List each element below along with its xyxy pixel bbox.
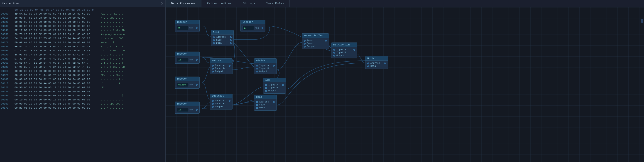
divide-node[interactable]: Divide Input A Input B Output <box>254 58 277 74</box>
hex-offset: 000F0: <box>1 73 14 77</box>
data-processor-canvas[interactable]: Integer 0 hex Integer 1 hex Re <box>166 7 644 162</box>
hex-bytes: 00 10 00 00 10 00 00 00 10 00 00 10 00 0… <box>14 98 101 102</box>
table-row[interactable]: 00130: 06 00 00 00 00 00 00 00 06 00 00 … <box>0 90 165 94</box>
hex-ascii: mode....$....... <box>101 41 164 44</box>
tab-data-processor[interactable]: Data Processor <box>166 0 202 7</box>
table-row[interactable]: 000E0: 00 00 00 00 00 00 00 00 00 00 00 … <box>0 69 165 73</box>
table-row[interactable]: 00140: 00 D0 07 00 00 04 00 00 00 00 00 … <box>0 94 165 98</box>
table-row[interactable]: 00160: 00 00 00 10 00 00 00 70 B3 06 00 … <box>0 102 165 106</box>
hex-bytes: D7 32 9F 7F 0F CD 54 7F 4C 9C D7 7F 58 C… <box>14 57 101 61</box>
table-row[interactable]: 000B0: D7 32 9F 7F 0F CD 54 7F 4C 9C D7 … <box>0 57 165 61</box>
scroll-indicator[interactable] <box>641 19 643 23</box>
sub2-input-b-port <box>212 103 214 105</box>
table-row[interactable]: 00040: 0E 1F BA 0E 00 B4 09 CD 21 B8 01 … <box>0 28 165 32</box>
tab-yara-rules[interactable]: Yara Rules <box>261 0 290 7</box>
table-row[interactable]: 00080: 4E AC 3A 2C 0A CD 54 7F 0A CD 54 … <box>0 45 165 49</box>
table-row[interactable]: 000D0: 07 9F 23 7F 08 CD 54 7F 24 36 8D … <box>0 65 165 69</box>
div-output-label <box>256 71 258 72</box>
add-output-label <box>265 90 267 92</box>
hex-offset: 00110: <box>1 82 14 85</box>
sub2-output-label <box>212 106 214 108</box>
integer-0-value[interactable]: 0 <box>177 26 188 30</box>
table-row[interactable]: 00000: 4D 5A E8 00 00 00 00 5B 52 45 55 … <box>0 12 165 16</box>
hex-ascii: MZ.....[REU..... <box>101 12 164 16</box>
table-row[interactable]: 00120: 00 50 06 00 00 00 10 00 10 10 00 … <box>0 85 165 90</box>
integer-node-6e215[interactable]: Integer 6e215 hex <box>175 77 200 89</box>
table-row[interactable]: 00100: 00 00 00 00 E0 00 02 21 0B 01 0C … <box>0 77 165 81</box>
hex-offset: 00020: <box>1 20 14 24</box>
hex-offset: 00000: <box>1 12 14 16</box>
hex-offset: 00140: <box>1 94 14 97</box>
hex-offset: 000D0: <box>1 65 14 69</box>
write-node-header: Write <box>366 56 388 61</box>
table-row[interactable]: 00060: 74 20 62 65 20 72 75 6E 20 69 6E … <box>0 36 165 41</box>
write-node[interactable]: Write Address Data <box>365 56 388 69</box>
integer-node-0[interactable]: Integer 0 hex <box>175 20 200 32</box>
integer-1-value[interactable]: 1 <box>242 26 254 30</box>
table-row[interactable]: 000A0: 4C 9C 8B 7F 19 CD 54 7F 4C 9C B4 … <box>0 53 165 57</box>
tab-bar: Data ProcessorPattern editorStringsYara … <box>166 0 644 7</box>
hex-offset: 00150: <box>1 98 14 102</box>
repeat-buffer-node-header: Repeat buffer <box>302 34 329 38</box>
subtract-node-2[interactable]: Subtract Input A Input B Output <box>210 94 232 109</box>
read2-data-in-port <box>256 107 258 109</box>
tab-pattern-editor[interactable]: Pattern editor <box>202 0 237 7</box>
repeat-buffer-node[interactable]: Repeat buffer Input Count Output <box>302 33 329 49</box>
read-node-2-header: Read <box>254 95 276 99</box>
hex-bytes: 0A CD 54 7F 11 CD 54 7F 07 9F 88 7F 0B C… <box>14 61 101 65</box>
hex-bytes: 00 00 00 00 E0 00 02 21 0B 01 0C 00 34 0… <box>14 77 101 81</box>
integer-node-6e215-header: Integer <box>175 77 200 81</box>
add-node[interactable]: Add Input A Input B Output <box>263 78 286 94</box>
read-node-1[interactable]: Read Address Size Data <box>211 30 234 46</box>
hex-ascii: ..............@. <box>101 94 164 97</box>
table-row[interactable]: 00020: 00 00 00 00 00 00 00 00 00 00 00 … <box>0 20 165 24</box>
table-row[interactable]: 00010: 3C 00 FF FD C9 C3 00 40 00 00 00 … <box>0 16 165 20</box>
table-row[interactable]: 00090: D7 32 9A 7F 08 CD 54 7F 5C 6F 7F … <box>0 49 165 53</box>
subtract-node-1[interactable]: Subtract Input A Input B Output <box>210 58 232 74</box>
table-row[interactable]: 000C0: 0A CD 54 7F 11 CD 54 7F 07 9F 88 … <box>0 61 165 65</box>
table-row[interactable]: 00150: 00 10 00 00 10 00 00 00 10 00 00 … <box>0 98 165 102</box>
table-row[interactable]: 00110: 00 6C 01 00 00 00 AA 05 00 12 00 … <box>0 81 165 85</box>
hex-ascii: <......@....... <box>101 16 164 20</box>
hex-bytes: 06 00 00 00 00 00 00 00 06 00 00 00 00 0… <box>14 90 101 93</box>
table-row[interactable]: 000F0: 50 45 00 00 4C 01 04 00 76 AE 7A … <box>0 73 165 77</box>
hex-titlebar: Hex editor ✕ <box>0 0 165 7</box>
hex-offset: 000C0: <box>1 61 14 65</box>
hex-offset: 00090: <box>1 49 14 53</box>
bitwise-xor-node[interactable]: Bitwise XOR Input A Input B Output <box>331 43 357 58</box>
table-row[interactable]: 00050: 69 73 20 70 72 6F 67 72 61 6D 20 … <box>0 32 165 36</box>
hex-offset: 00060: <box>1 37 14 40</box>
xor-output-label <box>333 55 335 57</box>
close-button[interactable]: ✕ <box>160 1 164 6</box>
add-node-header: Add <box>263 78 286 82</box>
tab-strings[interactable]: Strings <box>237 0 261 7</box>
sub1-input-a-port <box>212 65 214 67</box>
integer-node-1[interactable]: Integer 1 hex <box>240 20 266 32</box>
hex-offset: 00130: <box>1 90 14 93</box>
div-output-port <box>273 65 275 67</box>
hex-bytes: 0E 1F BA 0E 00 B4 09 CD 21 B8 01 4C CD 2… <box>14 28 101 32</box>
table-row[interactable]: 00070: 6D 6F 64 65 2E 0D 0D 0A 24 00 00 … <box>0 41 165 45</box>
integer-6e215-value[interactable]: 6e215 <box>177 83 188 87</box>
integer-node-15[interactable]: Integer 15 hex <box>175 52 200 64</box>
sub1-output-port <box>229 65 230 67</box>
subtract-node-2-header: Subtract <box>210 94 232 98</box>
hex-ascii: .l..........4... <box>101 82 164 85</box>
table-row[interactable]: 00030: 00 00 00 00 00 00 00 00 00 00 00 … <box>0 24 165 28</box>
hex-content: 00 01 02 03 04 05 06 07 08 09 0A 0B 0C 0… <box>0 7 165 162</box>
table-row[interactable]: 00170: C0 B3 06 00 3C 00 00 00 00 00 00 … <box>0 106 165 110</box>
hex-offset: 000A0: <box>1 53 14 57</box>
read2-address-in-port <box>256 101 258 103</box>
hex-offset: 00170: <box>1 106 14 110</box>
hex-ascii: ....<........... <box>101 106 164 110</box>
integer-15-value[interactable]: 15 <box>177 58 188 62</box>
add-input-a-port <box>265 84 267 86</box>
hex-ascii: .......p...O.... <box>101 102 164 106</box>
right-panel: Data ProcessorPattern editorStringsYara … <box>166 0 644 162</box>
read-node-2[interactable]: Read Address Size Data <box>254 95 277 111</box>
xor-input-a-port <box>333 49 335 51</box>
hex-ascii: .2....T.\o...T.O <box>101 49 164 53</box>
integer-node-16[interactable]: Integer 16 hex <box>175 102 200 114</box>
hex-bytes: 69 73 20 70 72 6F 67 72 61 6D 20 63 61 6… <box>14 33 101 36</box>
integer-16-value[interactable]: 16 <box>177 108 188 112</box>
